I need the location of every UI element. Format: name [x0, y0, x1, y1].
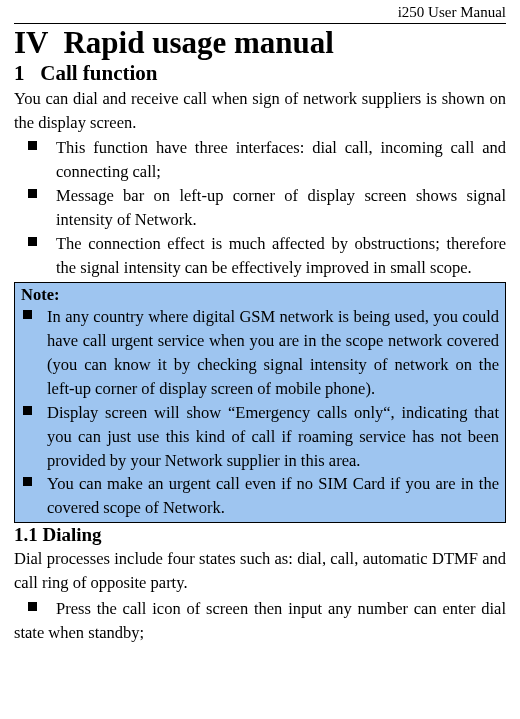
note-title: Note: — [21, 285, 499, 305]
bullet-square-icon — [14, 136, 50, 184]
subsection-1-1-intro: Dial processes include four states such … — [14, 547, 506, 595]
list-item-text: This function have three interfaces: dia… — [50, 136, 506, 184]
section-1-heading: 1 Call function — [14, 61, 506, 86]
list-item: Display screen will show “Emergency call… — [21, 401, 499, 473]
section-1-bullets: This function have three interfaces: dia… — [14, 136, 506, 280]
section-title: Call function — [40, 61, 157, 85]
list-item-text: The connection effect is much affected b… — [50, 232, 506, 280]
list-item-text: Display screen will show “Emergency call… — [45, 401, 499, 473]
section-1-intro: You can dial and receive call when sign … — [14, 87, 506, 135]
chapter-heading: IV Rapid usage manual — [14, 25, 506, 61]
chapter-title: Rapid usage manual — [63, 25, 333, 60]
section-number: 1 — [14, 61, 25, 85]
list-item: Message bar on left-up corner of display… — [14, 184, 506, 232]
bullet-square-icon — [21, 305, 45, 401]
header-rule — [14, 23, 506, 24]
list-item: You can make an urgent call even if no S… — [21, 472, 499, 520]
bullet-square-icon — [14, 184, 50, 232]
bullet-square-icon — [14, 232, 50, 280]
list-item: The connection effect is much affected b… — [14, 232, 506, 280]
chapter-number: IV — [14, 25, 48, 60]
list-item-text: You can make an urgent call even if no S… — [45, 472, 499, 520]
list-item-text: In any country where digital GSM network… — [45, 305, 499, 401]
subsection-1-1-heading: 1.1 Dialing — [14, 524, 506, 546]
list-item-text: Message bar on left-up corner of display… — [50, 184, 506, 232]
list-item: This function have three interfaces: dia… — [14, 136, 506, 184]
note-box: Note: In any country where digital GSM n… — [14, 282, 506, 523]
subsection-1-1-bullets: Press the call icon of screen then input… — [14, 597, 506, 645]
bullet-square-icon — [21, 472, 45, 520]
bullet-square-icon — [21, 401, 45, 473]
note-bullets: In any country where digital GSM network… — [21, 305, 499, 520]
list-item-text: Press the call icon of screen then input… — [14, 597, 506, 645]
list-item: In any country where digital GSM network… — [21, 305, 499, 401]
page-header: i250 User Manual — [14, 0, 506, 21]
list-item: Press the call icon of screen then input… — [14, 597, 506, 645]
